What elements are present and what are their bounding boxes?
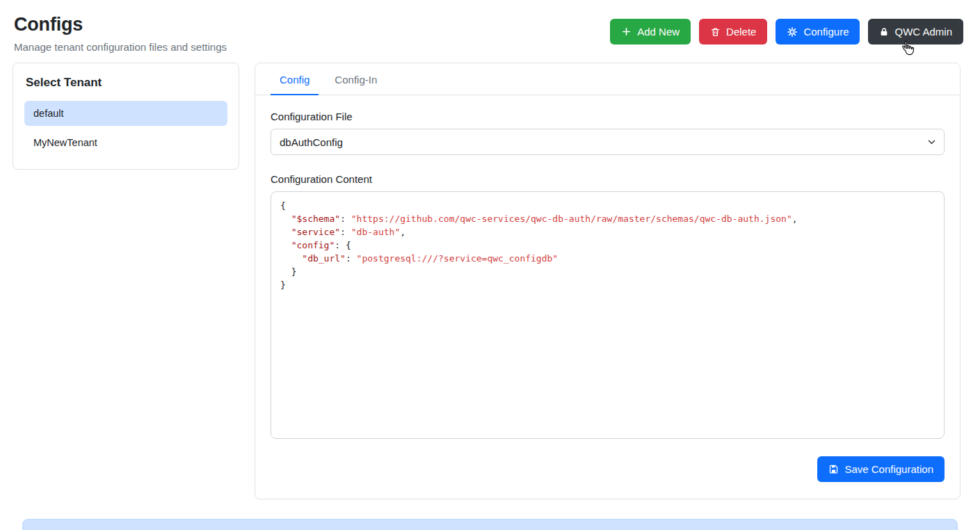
tab-config[interactable]: Config: [271, 63, 319, 95]
tenant-panel: Select Tenant default MyNewTenant: [13, 63, 239, 170]
config-form: Configuration File dbAuthConfig Configur…: [255, 95, 960, 499]
save-icon: [828, 464, 839, 474]
config-card: Config Config-In Configuration File dbAu…: [255, 63, 961, 499]
config-file-label: Configuration File: [271, 111, 945, 122]
tenant-item-default[interactable]: default: [24, 101, 227, 126]
configure-label: Configure: [803, 26, 849, 38]
info-alert: [22, 519, 958, 530]
gear-icon: [787, 26, 798, 38]
tenant-item-mynewtenant[interactable]: MyNewTenant: [24, 130, 227, 155]
plus-icon: [621, 26, 632, 37]
qwc-admin-button[interactable]: QWC Admin: [868, 19, 963, 45]
page-subtitle: Manage tenant configuration files and se…: [14, 41, 227, 53]
save-row: Save Configuration: [271, 456, 945, 482]
content-row: Select Tenant default MyNewTenant Config…: [0, 61, 980, 499]
configs-page: Configs Manage tenant configuration file…: [0, 0, 980, 530]
delete-button[interactable]: Delete: [699, 19, 767, 45]
tenant-panel-title: Select Tenant: [24, 76, 227, 90]
lock-icon: [879, 26, 889, 38]
add-new-label: Add New: [637, 26, 680, 38]
config-file-select-wrap: dbAuthConfig: [271, 129, 945, 155]
config-content-label: Configuration Content: [271, 173, 945, 185]
qwc-admin-label: QWC Admin: [894, 26, 952, 38]
tab-bar: Config Config-In: [255, 63, 960, 95]
config-file-select[interactable]: dbAuthConfig: [271, 129, 945, 155]
configure-button[interactable]: Configure: [776, 19, 860, 45]
add-new-button[interactable]: Add New: [610, 19, 691, 45]
page-header: Configs Manage tenant configuration file…: [0, 0, 980, 61]
delete-label: Delete: [726, 26, 756, 38]
page-title-block: Configs Manage tenant configuration file…: [14, 14, 227, 53]
trash-icon: [710, 26, 721, 38]
save-configuration-button[interactable]: Save Configuration: [817, 456, 945, 482]
save-configuration-label: Save Configuration: [844, 463, 933, 475]
config-editor[interactable]: { "$schema": "https://github.com/qwc-ser…: [271, 191, 945, 439]
toolbar: Add New Delete: [610, 14, 963, 45]
tab-config-in[interactable]: Config-In: [326, 63, 386, 95]
page-title: Configs: [14, 14, 227, 35]
